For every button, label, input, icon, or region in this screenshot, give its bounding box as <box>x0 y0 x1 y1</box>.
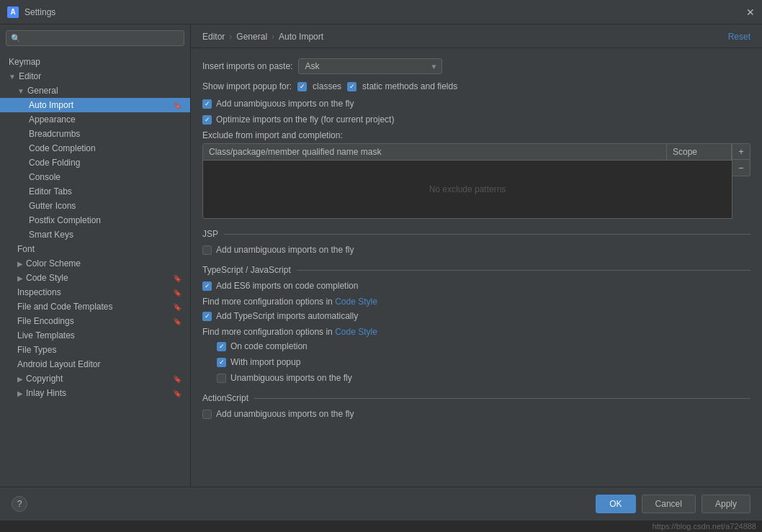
search-box[interactable]: 🔍 <box>6 30 184 46</box>
font-label: Font <box>17 244 35 254</box>
jsp-section-label: JSP <box>202 229 218 239</box>
table-col2: Scope <box>667 144 732 160</box>
ts-unambiguous-row: Unambiguous imports on the fly <box>217 373 750 383</box>
breadcrumb-sep-2: › <box>272 32 274 42</box>
jsp-add-checkbox[interactable] <box>202 245 212 255</box>
table-col1: Class/package/member qualified name mask <box>203 144 667 160</box>
inlay-hints-label: Inlay Hints <box>26 388 66 398</box>
sidebar-item-smart-keys[interactable]: Smart Keys <box>0 227 190 242</box>
ts-add-typescript-row: Add TypeScript imports automatically <box>202 311 750 321</box>
sidebar-item-gutter-icons[interactable]: Gutter Icons <box>0 199 190 213</box>
app-icon: A <box>7 6 19 18</box>
optimize-fly-checkbox[interactable] <box>202 115 212 125</box>
jsp-section-header: JSP <box>202 229 750 239</box>
code-style-label: Code Style <box>26 273 68 283</box>
sidebar-item-code-folding[interactable]: Code Folding <box>0 155 190 170</box>
sidebar-item-code-completion[interactable]: Code Completion <box>0 141 190 155</box>
ts-section-label: TypeScript / JavaScript <box>202 265 291 275</box>
sidebar-item-color-scheme[interactable]: ▶ Color Scheme <box>0 256 190 271</box>
classes-label: classes <box>313 81 341 91</box>
ts-code-style-link-2[interactable]: Code Style <box>335 327 377 337</box>
ts-on-code-completion-checkbox[interactable] <box>217 342 226 351</box>
sidebar-item-general[interactable]: ▼ General <box>0 84 190 98</box>
add-unambiguous-label: Add unambiguous imports on the fly <box>216 99 354 109</box>
dialog-footer: ? OK Cancel Apply <box>0 487 762 520</box>
ts-code-style-link-1[interactable]: Code Style <box>335 297 377 307</box>
ok-button[interactable]: OK <box>596 495 635 513</box>
exclude-label: Exclude from import and completion: <box>202 130 343 140</box>
breadcrumb: Editor › General › Auto Import <box>202 32 323 42</box>
add-unambiguous-row: Add unambiguous imports on the fly <box>202 99 750 109</box>
general-label: General <box>27 86 58 96</box>
insert-imports-row: Insert imports on paste: Ask ▼ <box>202 58 750 74</box>
as-add-row: Add unambiguous imports on the fly <box>202 409 750 419</box>
actionscript-section-line <box>254 398 750 399</box>
static-methods-checkbox[interactable] <box>347 82 357 91</box>
inspections-label: Inspections <box>17 287 61 297</box>
insert-imports-dropdown[interactable]: Ask ▼ <box>298 58 442 74</box>
ts-unambiguous-checkbox[interactable] <box>217 374 226 383</box>
close-button[interactable]: ✕ <box>746 6 755 18</box>
auto-import-label: Auto Import <box>29 100 73 110</box>
search-input[interactable] <box>24 33 179 43</box>
remove-pattern-button[interactable]: − <box>732 160 750 176</box>
code-folding-label: Code Folding <box>29 158 80 168</box>
ts-section-line <box>297 270 750 271</box>
as-add-checkbox[interactable] <box>202 410 212 419</box>
help-button[interactable]: ? <box>12 496 27 512</box>
editor-arrow: ▼ <box>9 73 16 81</box>
ts-add-typescript-checkbox[interactable] <box>202 312 212 321</box>
sidebar-item-code-style[interactable]: ▶ Code Style 🔖 <box>0 271 190 285</box>
ts-add-typescript-label: Add TypeScript imports automatically <box>216 311 358 321</box>
add-unambiguous-checkbox[interactable] <box>202 99 212 109</box>
title-bar-left: A Settings <box>7 6 55 18</box>
add-pattern-button[interactable]: + <box>732 144 750 160</box>
exclude-table-container: Class/package/member qualified name mask… <box>202 143 750 219</box>
jsp-add-row: Add unambiguous imports on the fly <box>202 245 750 255</box>
code-style-arrow: ▶ <box>17 274 23 282</box>
reset-button[interactable]: Reset <box>728 32 750 42</box>
inspections-icon: 🔖 <box>173 289 181 297</box>
breadcrumb-editor: Editor <box>202 32 225 42</box>
ts-es6-label: Add ES6 imports on code completion <box>216 281 358 291</box>
sidebar-item-live-templates[interactable]: Live Templates <box>0 328 190 343</box>
copyright-arrow: ▶ <box>17 375 23 383</box>
sidebar-item-keymap[interactable]: Keymap <box>0 55 190 69</box>
sidebar-item-console[interactable]: Console <box>0 170 190 184</box>
ts-with-import-popup-row: With import popup <box>217 357 750 367</box>
postfix-completion-label: Postfix Completion <box>29 215 101 225</box>
url-bar: https://blog.csdn.net/a724888 <box>0 520 762 532</box>
cancel-button[interactable]: Cancel <box>642 495 696 513</box>
sidebar-item-inspections[interactable]: Inspections 🔖 <box>0 285 190 299</box>
editor-label: Editor <box>19 71 41 81</box>
classes-checkbox[interactable] <box>297 82 307 91</box>
settings-dialog: A Settings ✕ 🔍 Keymap ▼ Editor <box>0 0 762 532</box>
sidebar-item-postfix-completion[interactable]: Postfix Completion <box>0 213 190 227</box>
smart-keys-label: Smart Keys <box>29 230 73 240</box>
sidebar-item-editor-tabs[interactable]: Editor Tabs <box>0 184 190 199</box>
sidebar-item-font[interactable]: Font <box>0 242 190 256</box>
jsp-add-label: Add unambiguous imports on the fly <box>216 245 354 255</box>
sidebar-item-file-types[interactable]: File Types <box>0 343 190 357</box>
sidebar-item-auto-import[interactable]: Auto Import 🔖 <box>0 98 190 112</box>
ts-with-import-popup-checkbox[interactable] <box>217 358 226 367</box>
dropdown-arrow-icon: ▼ <box>430 63 437 71</box>
sidebar-item-android-layout-editor[interactable]: Android Layout Editor <box>0 357 190 371</box>
code-style-icon: 🔖 <box>173 274 181 282</box>
sidebar-item-file-code-templates[interactable]: File and Code Templates 🔖 <box>0 299 190 314</box>
sidebar: 🔍 Keymap ▼ Editor ▼ General <box>0 24 191 487</box>
sidebar-item-copyright[interactable]: ▶ Copyright 🔖 <box>0 371 190 386</box>
sidebar-item-file-encodings[interactable]: File Encodings 🔖 <box>0 314 190 328</box>
sidebar-item-editor[interactable]: ▼ Editor <box>0 69 190 84</box>
sidebar-item-inlay-hints[interactable]: ▶ Inlay Hints 🔖 <box>0 386 190 400</box>
ts-on-code-completion-row: On code completion <box>217 341 750 351</box>
apply-button[interactable]: Apply <box>702 495 750 513</box>
breadcrumbs-label: Breadcrumbs <box>29 129 80 139</box>
jsp-section-line <box>224 234 750 235</box>
actionscript-section-label: ActionScript <box>202 393 248 403</box>
ts-es6-checkbox[interactable] <box>202 281 212 291</box>
sidebar-item-breadcrumbs[interactable]: Breadcrumbs <box>0 127 190 141</box>
as-add-label: Add unambiguous imports on the fly <box>216 409 354 419</box>
sidebar-item-appearance[interactable]: Appearance <box>0 112 190 127</box>
table-header: Class/package/member qualified name mask… <box>203 144 732 161</box>
